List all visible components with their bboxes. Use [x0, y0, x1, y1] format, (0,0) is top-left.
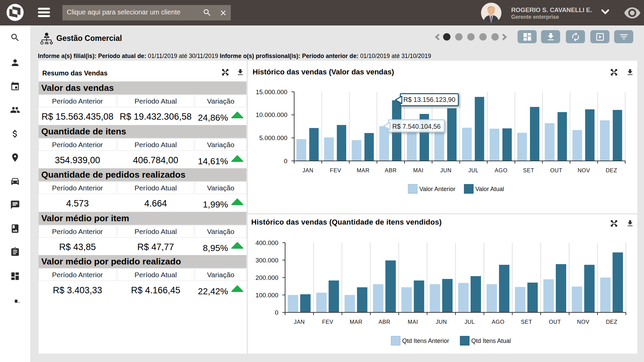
svg-text:Valor Atual: Valor Atual: [475, 186, 504, 192]
svg-text:200.000: 200.000: [256, 274, 278, 281]
svg-text:JUL: JUL: [465, 319, 475, 325]
svg-text:MAR: MAR: [350, 319, 363, 325]
svg-text:JUL: JUL: [468, 167, 479, 173]
svg-text:FEV: FEV: [330, 167, 341, 173]
svg-text:FEV: FEV: [322, 319, 333, 325]
svg-text:JUN: JUN: [440, 167, 452, 173]
svg-text:Qtd Itens Anterior: Qtd Itens Anterior: [402, 338, 449, 344]
svg-text:MAR: MAR: [357, 167, 370, 173]
svg-text:OUT: OUT: [549, 319, 561, 325]
svg-text:0: 0: [284, 158, 288, 165]
svg-text:JAN: JAN: [303, 167, 314, 173]
svg-text:SET: SET: [523, 167, 534, 173]
svg-text:AGO: AGO: [492, 319, 504, 325]
svg-text:ABR: ABR: [385, 167, 396, 173]
svg-text:DEZ: DEZ: [606, 167, 618, 173]
svg-text:5.000.000: 5.000.000: [259, 134, 287, 141]
svg-text:NOV: NOV: [578, 167, 590, 173]
svg-text:15.000.000: 15.000.000: [256, 88, 287, 96]
svg-text:JUN: JUN: [436, 319, 447, 325]
svg-text:0: 0: [275, 309, 279, 316]
svg-text:MAI: MAI: [408, 319, 418, 325]
svg-text:JAN: JAN: [294, 319, 305, 325]
svg-text:AGO: AGO: [495, 167, 507, 173]
svg-text:SET: SET: [521, 319, 532, 325]
svg-text:400.000: 400.000: [256, 239, 278, 246]
svg-text:10.000.000: 10.000.000: [256, 111, 287, 118]
svg-text:DEZ: DEZ: [606, 319, 618, 325]
svg-text:OUT: OUT: [550, 167, 562, 173]
svg-text:MAI: MAI: [413, 167, 424, 173]
svg-text:Qtd Itens Atual: Qtd Itens Atual: [471, 338, 511, 344]
svg-text:100.000: 100.000: [256, 292, 278, 299]
svg-text:NOV: NOV: [577, 319, 589, 325]
svg-text:ABR: ABR: [379, 319, 390, 325]
svg-text:300.000: 300.000: [256, 257, 278, 264]
svg-text:Valor Anterior: Valor Anterior: [419, 186, 455, 192]
